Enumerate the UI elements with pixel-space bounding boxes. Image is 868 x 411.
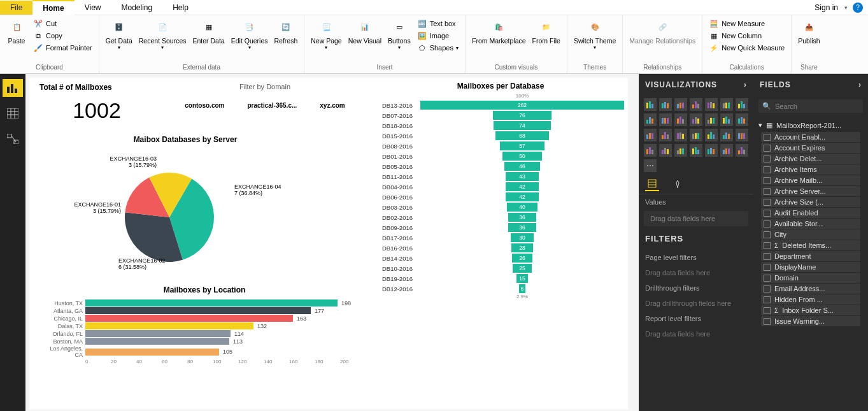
new-quick-measure-button[interactable]: ⚡New Quick Measure (706, 42, 787, 54)
field-item[interactable]: ΣInbox Folder S... (761, 305, 860, 315)
funnel-row[interactable]: DB11-201643 (373, 171, 628, 182)
checkbox-icon[interactable] (764, 307, 771, 314)
new-page-button[interactable]: 📃New Page▾ (308, 17, 344, 52)
publish-button[interactable]: 📤Publish (795, 17, 822, 46)
funnel-row[interactable]: DB04-201642 (373, 182, 628, 192)
field-item[interactable]: Archive Delet... (761, 154, 860, 164)
format-painter-button[interactable]: 🖌️Format Painter (31, 42, 95, 54)
field-item[interactable]: Audit Enabled (761, 208, 860, 218)
viz-type-icon[interactable] (705, 98, 718, 111)
bar-row[interactable]: Orlando, FL114 (42, 330, 367, 337)
paste-button[interactable]: 📋Paste (4, 17, 29, 46)
from-file-button[interactable]: 📁From File (530, 17, 563, 46)
funnel-row[interactable]: DB05-201646 (373, 161, 628, 171)
report-canvas[interactable]: Total # of Mailboxes 1002 Filter by Doma… (25, 74, 639, 411)
viz-type-icon[interactable] (690, 129, 702, 141)
field-item[interactable]: Archive Size (... (761, 197, 860, 207)
viz-type-icon[interactable] (644, 129, 657, 141)
viz-type-icon[interactable] (720, 129, 733, 141)
viz-type-icon[interactable] (736, 129, 748, 141)
checkbox-icon[interactable] (764, 242, 771, 249)
viz-type-icon[interactable] (690, 144, 702, 157)
location-bar-chart[interactable]: Huston, TX198Atlanta, GA177Chicago, IL16… (42, 299, 367, 358)
format-tab[interactable] (671, 177, 685, 191)
checkbox-icon[interactable] (764, 199, 771, 206)
bar-row[interactable]: Boston, MA113 (42, 338, 367, 345)
funnel-row[interactable]: DB19-201615 (373, 273, 628, 284)
tab-view[interactable]: View (75, 1, 111, 15)
funnel-row[interactable]: DB17-201630 (373, 233, 628, 243)
nav-report-view[interactable] (3, 79, 23, 97)
pie-chart[interactable]: EXCHANGE16-047 (36.84%)EXCHANGE16-026 (3… (68, 144, 303, 278)
funnel-row[interactable]: DB18-201674 (373, 120, 628, 131)
checkbox-icon[interactable] (764, 210, 771, 217)
viz-type-icon[interactable] (659, 129, 672, 141)
checkbox-icon[interactable] (764, 134, 771, 141)
fields-search[interactable]: 🔍Search (758, 99, 863, 113)
chevron-down-icon[interactable]: ▾ (844, 4, 848, 11)
viz-type-icon[interactable] (705, 113, 718, 126)
filter-options[interactable]: contoso.compractical-365.c...xyz.com (169, 102, 360, 109)
buttons-button[interactable]: ▭Buttons▾ (385, 17, 413, 52)
bar-row[interactable]: Dalas, TX132 (42, 322, 367, 329)
field-item[interactable]: Domain (761, 273, 860, 283)
viz-type-icon[interactable] (674, 98, 687, 111)
bar-row[interactable]: Los Angeles, CA105 (42, 345, 367, 358)
checkbox-icon[interactable] (764, 285, 771, 292)
field-item[interactable]: Archive Server... (761, 186, 860, 196)
viz-type-icon[interactable] (659, 113, 672, 126)
field-item[interactable]: City (761, 229, 860, 240)
bar-row[interactable]: Huston, TX198 (42, 299, 367, 306)
bar-row[interactable]: Chicago, IL163 (42, 315, 367, 322)
field-item[interactable]: Hidden From ... (761, 294, 860, 305)
image-button[interactable]: 🖼️Image (415, 30, 461, 41)
collapse-icon[interactable]: › (858, 80, 862, 89)
funnel-row[interactable]: DB09-201636 (373, 222, 628, 233)
field-item[interactable]: Account Enabl... (761, 132, 860, 142)
tab-modeling[interactable]: Modeling (111, 1, 162, 15)
funnel-row[interactable]: DB14-201626 (373, 253, 628, 263)
funnel-row[interactable]: DB02-201636 (373, 212, 628, 222)
viz-type-icon[interactable] (690, 98, 702, 111)
enter-data-button[interactable]: ▦Enter Data (190, 17, 227, 46)
funnel-row[interactable]: DB12-20166 (373, 284, 628, 294)
new-measure-button[interactable]: 🧮New Measure (706, 18, 787, 29)
nav-data-view[interactable] (3, 105, 23, 122)
from-marketplace-button[interactable]: 🛍️From Marketplace (469, 17, 529, 46)
viz-type-icon[interactable] (705, 129, 718, 141)
checkbox-icon[interactable] (764, 188, 771, 195)
funnel-row[interactable]: DB16-201628 (373, 243, 628, 253)
sign-in-link[interactable]: Sign in (808, 1, 844, 15)
funnel-row[interactable]: DB07-201676 (373, 110, 628, 120)
copy-button[interactable]: ⧉Copy (31, 30, 95, 41)
checkbox-icon[interactable] (764, 166, 771, 173)
cut-button[interactable]: ✂️Cut (31, 18, 95, 29)
viz-type-icon[interactable] (705, 144, 718, 157)
tab-help[interactable]: Help (162, 1, 199, 15)
collapse-icon[interactable]: › (744, 80, 747, 89)
edit-queries-button[interactable]: 📑Edit Queries▾ (229, 17, 271, 52)
viz-type-icon[interactable] (644, 98, 657, 111)
shapes-button[interactable]: ⬠Shapes▾ (415, 42, 461, 54)
funnel-chart[interactable]: DB13-2016262DB07-201676DB18-201674DB15-2… (373, 100, 628, 294)
viz-type-icon[interactable] (736, 98, 748, 111)
field-item[interactable]: Available Stor... (761, 219, 860, 229)
manage-relationships-button[interactable]: 🔗Manage Relationships (627, 17, 698, 46)
funnel-row[interactable]: DB10-201625 (373, 263, 628, 273)
viz-type-icon[interactable] (674, 129, 687, 141)
field-item[interactable]: DisplayName (761, 262, 860, 272)
tab-file[interactable]: File (0, 1, 32, 15)
drill-filters-drop[interactable]: Drag drillthrough fields here (639, 296, 753, 311)
checkbox-icon[interactable] (764, 296, 771, 303)
bar-row[interactable]: Atlanta, GA177 (42, 307, 367, 314)
viz-type-icon[interactable] (644, 113, 657, 126)
field-item[interactable]: ΣDeleted Items... (761, 240, 860, 250)
values-drop[interactable]: Drag data fields here (644, 211, 748, 226)
field-item[interactable]: Archive Mailb... (761, 175, 860, 185)
funnel-row[interactable]: DB13-2016262 (373, 100, 628, 110)
nav-model-view[interactable] (3, 130, 23, 148)
viz-type-icon[interactable] (644, 144, 657, 157)
viz-type-icon[interactable] (674, 144, 687, 157)
viz-type-icon[interactable] (720, 113, 733, 126)
field-item[interactable]: Archive Items (761, 164, 860, 175)
